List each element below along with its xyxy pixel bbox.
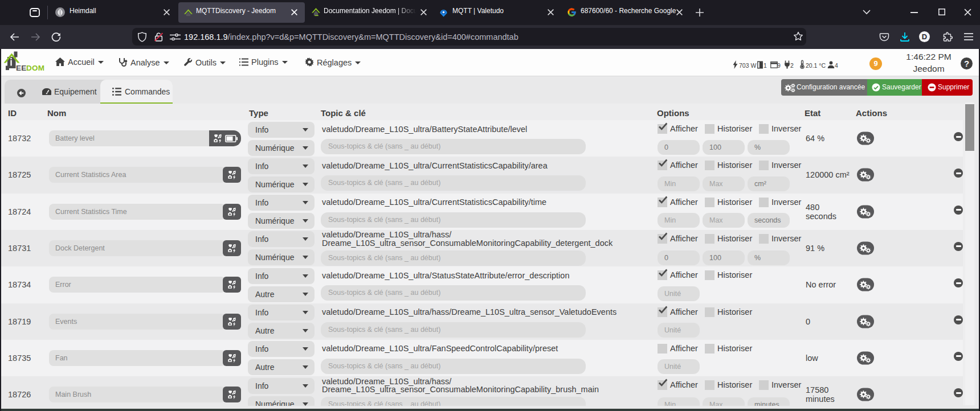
svg-text:DOM: DOM (26, 64, 44, 72)
svg-text:EE: EE (16, 64, 27, 72)
